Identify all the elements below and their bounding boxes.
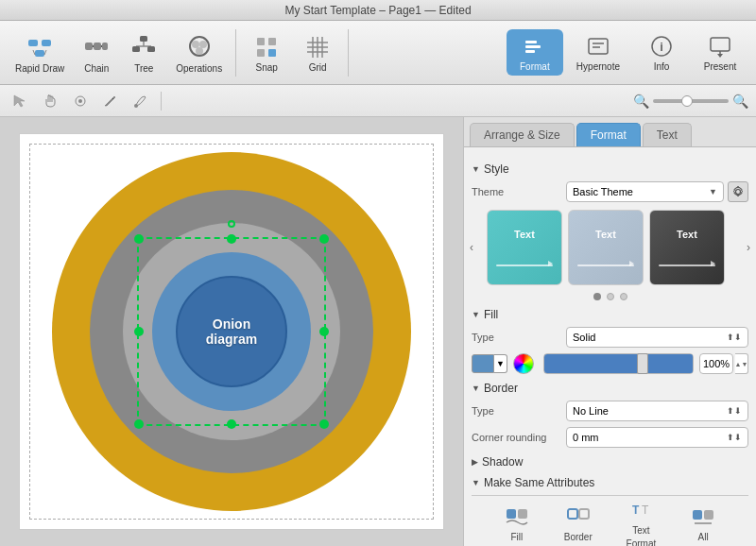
snap-label: Snap [255,62,277,73]
corner-value: 0 mm ⬆⬇ [566,427,748,448]
dot-2 [607,293,614,300]
zoom-plus-icon[interactable]: 🔍 [732,94,748,109]
corner-label: Corner rounding [472,432,566,443]
hypernote-label: Hypernote [576,61,620,72]
panel-tabs: Arrange & Size Format Text [464,117,756,147]
corner-rounding-row: Corner rounding 0 mm ⬆⬇ [472,427,748,448]
make-same-border-icon [565,506,592,529]
panel-content: ▼ Style Theme Basic Theme ▼ [464,147,756,546]
zoom-slider[interactable] [653,99,729,103]
svg-marker-38 [717,54,723,58]
grid-label: Grid [309,62,327,73]
fill-type-row: Type Solid ⬆⬇ [472,327,748,348]
svg-rect-5 [85,43,93,50]
svg-rect-20 [268,38,276,45]
make-same-triangle: ▼ [472,478,480,487]
toolbar-grid[interactable]: Grid [293,28,342,77]
svg-rect-13 [132,46,140,52]
handle-top-mid[interactable] [227,234,236,244]
theme-select[interactable]: Basic Theme ▼ [566,181,724,202]
brush-tool[interactable] [129,90,153,112]
snap-icon [251,32,282,62]
toolbar-present-btn[interactable]: Present [692,29,748,76]
handle-bot-right[interactable] [319,419,329,429]
tab-format[interactable]: Format [576,123,641,146]
title-bar: My Start Template – Page1 — Edited [0,0,756,21]
nav-arrow-left[interactable]: ‹ [464,240,479,255]
svg-rect-6 [94,43,101,50]
fill-pct-arrow[interactable]: ▲▼ [735,353,748,374]
handle-mid-right[interactable] [319,327,329,336]
theme-card-1[interactable]: Text [487,210,562,285]
border-triangle: ▼ [472,384,480,393]
onion-diagram[interactable]: Onion diagram [52,152,411,511]
make-same-textformat-btn[interactable]: T T Text Format [619,496,664,547]
make-same-all-btn[interactable]: All [682,503,724,546]
theme-card-3[interactable]: Text [649,210,725,285]
canvas[interactable]: Onion diagram [19,133,444,530]
fill-slider-thumb[interactable] [637,353,648,374]
theme-gear-btn[interactable] [728,181,748,202]
toolbar-chain[interactable]: Chain [74,27,119,77]
corner-select[interactable]: 0 mm ⬆⬇ [566,427,748,448]
svg-rect-21 [257,49,265,57]
svg-point-16 [192,41,199,48]
grid-icon [302,32,333,62]
svg-rect-14 [147,46,155,52]
style-section-header[interactable]: ▼ Style [472,162,748,176]
tab-arrange-size[interactable]: Arrange & Size [470,123,575,146]
hypernote-icon [585,33,611,60]
make-same-section-header[interactable]: ▼ Make Same Attributes [472,476,748,489]
rotation-handle[interactable] [228,220,235,228]
toolbar-format-btn[interactable]: Format [507,29,563,76]
make-same-all-label: All [698,532,709,542]
selection-box[interactable] [137,237,326,426]
toolbar-snap[interactable]: Snap [242,28,291,77]
make-same-textformat-icon: T T [627,500,654,522]
zoom-minus-icon[interactable]: 🔍 [633,94,649,109]
style-title: Style [484,162,509,176]
toolbar-hypernote-btn[interactable]: Hypernote [565,29,631,76]
shadow-title: Shadow [482,455,523,469]
handle-bot-mid[interactable] [227,419,236,429]
chain-label: Chain [84,63,109,74]
fill-type-select[interactable]: Solid ⬆⬇ [566,327,748,348]
svg-rect-48 [568,509,577,519]
fill-color-swatch[interactable] [472,354,494,373]
select-tool[interactable] [68,90,93,112]
fill-section-header[interactable]: ▼ Fill [472,308,748,321]
pointer-icon [12,94,27,109]
handle-bot-left[interactable] [134,419,144,429]
zoom-thumb[interactable] [681,95,693,107]
shadow-triangle: ▶ [472,457,478,467]
handle-top-right[interactable] [319,234,329,244]
toolbar-operations[interactable]: Operations [168,27,230,77]
fill-opacity-slider[interactable] [543,353,694,374]
theme-select-value: Basic Theme [573,186,633,197]
border-type-select[interactable]: No Line ⬆⬇ [566,401,748,421]
pointer-tool[interactable] [8,90,32,112]
window-title: My Start Template – Page1 — Edited [284,4,471,17]
color-picker-button[interactable] [513,353,534,374]
toolbar-rapid-draw[interactable]: Rapid Draw [8,27,72,77]
fill-swatch-group: ▼ [472,354,507,373]
zoom-control[interactable]: 🔍 🔍 [633,94,748,109]
operations-icon [184,31,215,61]
handle-top-left[interactable] [134,234,144,244]
tab-text[interactable]: Text [643,123,692,146]
fill-swatch-dropdown[interactable]: ▼ [494,354,507,373]
nav-arrow-right[interactable]: › [741,240,756,255]
toolbar-info-btn[interactable]: i Info [633,29,690,76]
svg-rect-52 [693,510,702,520]
make-same-fill-btn[interactable]: Fill [496,503,538,546]
handle-mid-left[interactable] [134,327,144,336]
toolbar-tree[interactable]: Tree [121,27,166,77]
shadow-section-header[interactable]: ▶ Shadow [472,455,748,469]
make-same-border-btn[interactable]: Border [557,503,600,546]
theme-card-2[interactable]: Text [568,210,644,285]
pen-tool[interactable] [98,90,123,112]
border-section-header[interactable]: ▼ Border [472,382,748,395]
hand-tool[interactable] [38,90,62,112]
border-type-label: Type [472,405,566,417]
canvas-area[interactable]: Onion diagram [0,117,463,546]
